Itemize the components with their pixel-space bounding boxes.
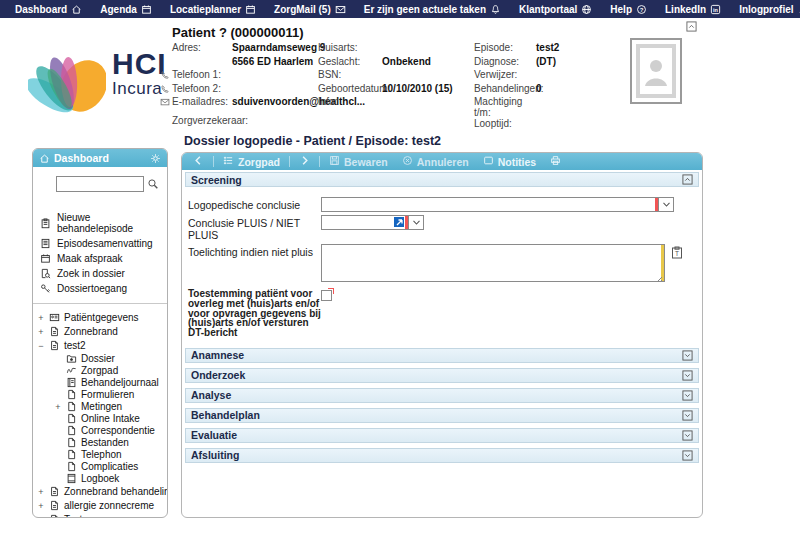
expand-icon[interactable] <box>682 350 693 361</box>
home-icon <box>39 153 50 164</box>
print-button[interactable] <box>543 153 568 170</box>
page-icon <box>66 437 77 448</box>
expander-toggle[interactable]: + <box>37 516 45 519</box>
sidebar-action-zoek-in-dossier[interactable]: Zoek in dossier <box>33 266 167 281</box>
sidebar-item-zonnebrand[interactable]: + Zonnebrand <box>33 324 167 338</box>
chevron-right-icon <box>299 155 310 168</box>
nav-item-help[interactable]: Help ? <box>601 0 656 18</box>
dropdown-button[interactable] <box>409 215 424 230</box>
sidebar-search-input[interactable] <box>56 176 144 192</box>
expand-icon[interactable] <box>682 410 693 421</box>
sidebar-item-complicaties[interactable]: Complicaties <box>33 460 167 472</box>
toelichting-textarea[interactable] <box>321 244 665 282</box>
sidebar-tree: + Patiëntgegevens + Zonnebrand − test2 <box>33 310 167 518</box>
section-onderzoek[interactable]: Onderzoek <box>185 368 699 383</box>
patient-photo-placeholder <box>630 38 682 104</box>
app-window: Dashboard Agenda Locatieplanner ZorgMail… <box>0 0 800 535</box>
section-anamnese[interactable]: Anamnese <box>185 348 699 363</box>
sidebar-item-metingen[interactable]: + Metingen <box>33 400 167 412</box>
sidebar-item-zonnebrand-behandeling[interactable]: + Zonnebrand behandeling <box>33 484 167 498</box>
section-analyse[interactable]: Analyse <box>185 388 699 403</box>
sidebar-header[interactable]: Dashboard <box>33 149 167 167</box>
sidebar-item-online-intake[interactable]: Online Intake <box>33 412 167 424</box>
sidebar-item-behandeljournaal[interactable]: Behandeljournaal <box>33 376 167 388</box>
sidebar-actions: Nieuwe behandelepisode Episodesamenvatti… <box>33 210 167 296</box>
patient-field-adres: Adres: Spaarndamseweg 9 <box>160 42 318 56</box>
expander-toggle[interactable]: + <box>37 488 45 496</box>
expander-toggle[interactable]: + <box>37 314 45 322</box>
sidebar-action-dossiertoegang[interactable]: Dossiertoegang <box>33 281 167 296</box>
expander-toggle[interactable]: + <box>54 403 62 411</box>
dossier-toolbar: Zorgpad Bewaren Annuleren Notities <box>182 153 702 170</box>
nav-item-locatieplanner[interactable]: Locatieplanner <box>161 0 265 18</box>
hci-incura-logo: HCI Incura <box>28 28 178 120</box>
sidebar-item-test[interactable]: + Test <box>33 512 167 518</box>
patient-field-telefoon-1: Telefoon 1: <box>160 69 318 83</box>
chevron-down-icon <box>662 199 671 211</box>
sidebar-item-allergie-zonnecreme[interactable]: + allergie zonnecreme <box>33 498 167 512</box>
sidebar-action-episodesamenvatting[interactable]: Episodesamenvatting <box>33 236 167 251</box>
header-collapse-icon[interactable] <box>686 21 697 32</box>
field-label: Toestemming patiënt voor overleg met (hu… <box>188 289 321 338</box>
sidebar-item-formulieren[interactable]: Formulieren <box>33 388 167 400</box>
nav-item-dashboard[interactable]: Dashboard <box>6 0 91 18</box>
save-button[interactable]: Bewaren <box>322 153 395 170</box>
sidebar-item-test2[interactable]: − test2 <box>33 338 167 352</box>
mail-icon <box>160 97 170 107</box>
folder-icon <box>66 353 77 364</box>
sidebar-item-bestanden[interactable]: Bestanden <box>33 436 167 448</box>
sidebar-panel: Dashboard Nieuwe behandelepisode Episode… <box>32 148 168 518</box>
cancel-button[interactable]: Annuleren <box>395 153 476 170</box>
expand-icon[interactable] <box>682 450 693 461</box>
back-button[interactable] <box>186 153 211 170</box>
expander-toggle[interactable]: + <box>37 328 45 336</box>
sidebar-item-zorgpad[interactable]: Zorgpad <box>33 364 167 376</box>
sidebar-action-nieuwe-behandelepisode[interactable]: Nieuwe behandelepisode <box>33 210 167 236</box>
search-icon[interactable] <box>147 178 159 190</box>
sidebar-item-dossier[interactable]: Dossier <box>33 352 167 364</box>
page-icon <box>66 461 77 472</box>
sidebar-item-patientgegevens[interactable]: + Patiëntgegevens <box>33 310 167 324</box>
patient-field-huisarts: Huisarts: <box>318 42 474 56</box>
collapse-icon[interactable] <box>682 174 693 185</box>
nav-item-er-zijn-geen-actuele-taken[interactable]: Er zijn geen actuele taken <box>355 0 510 18</box>
section-behandelplan[interactable]: Behandelplan <box>185 408 699 423</box>
top-nav-bar: Dashboard Agenda Locatieplanner ZorgMail… <box>0 0 800 18</box>
resize-grip-icon[interactable] <box>656 273 663 280</box>
field-label: Conclusie PLUIS / NIET PLUIS <box>188 215 321 241</box>
dropdown-button[interactable] <box>659 197 674 212</box>
patient-field-diagnose: Diagnose: (DT) <box>474 56 614 70</box>
expand-icon[interactable] <box>682 430 693 441</box>
logopedische-conclusie-input[interactable] <box>321 197 659 212</box>
nav-item-inlogprofiel[interactable]: Inlogprofiel <box>730 0 800 18</box>
section-afsluiting[interactable]: Afsluiting <box>185 448 699 463</box>
sidebar-item-telephon[interactable]: Telephon <box>33 448 167 460</box>
note-icon <box>483 155 494 168</box>
list-picker-icon[interactable] <box>394 217 404 227</box>
section-screening[interactable]: Screening <box>185 172 699 187</box>
bell-icon <box>490 4 501 15</box>
section-evaluatie[interactable]: Evaluatie <box>185 428 699 443</box>
sidebar-item-correspondentie[interactable]: Correspondentie <box>33 424 167 436</box>
linkedin-icon: in <box>710 4 721 15</box>
patient-field-bsn: BSN: <box>318 69 474 83</box>
gear-icon[interactable] <box>150 153 161 164</box>
zorgpad-icon <box>66 365 77 376</box>
nav-item-linkedin[interactable]: LinkedIn in <box>656 0 730 18</box>
forward-button[interactable] <box>292 153 317 170</box>
nav-item-agenda[interactable]: Agenda <box>91 0 161 18</box>
nav-item-zorgmail-5[interactable]: ZorgMail (5) <box>265 0 355 18</box>
logo-subtitle: Incura <box>112 79 167 99</box>
sidebar-item-logboek[interactable]: Logboek <box>33 472 167 484</box>
svg-text:T: T <box>675 250 679 257</box>
text-template-icon[interactable]: T <box>671 246 683 259</box>
sidebar-action-maak-afspraak[interactable]: Maak afspraak <box>33 251 167 266</box>
notes-button[interactable]: Notities <box>476 153 544 170</box>
zorgpad-button[interactable]: Zorgpad <box>216 153 287 170</box>
expander-toggle[interactable]: − <box>37 342 45 350</box>
expander-toggle[interactable]: + <box>37 502 45 510</box>
nav-item-klantportaal[interactable]: Klantportaal <box>510 0 601 18</box>
expand-icon[interactable] <box>682 370 693 381</box>
episode-icon <box>49 326 60 337</box>
expand-icon[interactable] <box>682 390 693 401</box>
